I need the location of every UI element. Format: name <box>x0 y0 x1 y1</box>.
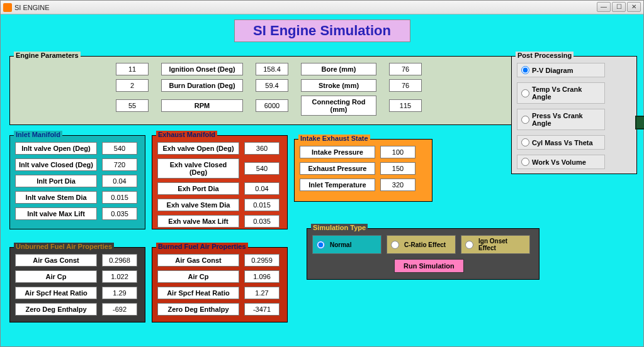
ep-field-4[interactable] <box>116 79 149 92</box>
brn-label: Air Spcf Heat Ratio <box>157 287 239 299</box>
pp-option[interactable]: Cyl Mass Vs Theta <box>517 135 605 150</box>
brn-input[interactable] <box>244 254 280 267</box>
pp-label: Work Vs Volume <box>532 158 586 166</box>
ep-field-8[interactable] <box>256 99 288 112</box>
brn-label: Air Cp <box>157 270 239 283</box>
radio-input[interactable] <box>521 138 529 146</box>
panel-legend: Exhaust Manifold <box>156 131 217 138</box>
panel-legend: Unburned Fuel Air Properties <box>14 243 114 250</box>
inlet-input[interactable] <box>102 158 137 171</box>
ep-label: RPM <box>161 99 243 112</box>
intake-label: Intake Pressure <box>300 146 375 158</box>
post-processing-panel: Post Processing P-V Diagram Temp Vs Cran… <box>511 56 637 174</box>
radio-input[interactable] <box>521 66 529 74</box>
radio-input[interactable] <box>465 241 473 249</box>
exh-input[interactable] <box>244 199 280 211</box>
main-title: SI Engine Simulation <box>234 19 410 42</box>
intake-input[interactable] <box>380 146 415 158</box>
sim-ign-radio[interactable]: Ign Onset Effect <box>461 235 530 254</box>
exhaust-manifold-panel: Exhaust Manifold Exh valve Open (Deg) Ex… <box>152 135 288 229</box>
run-simulation-button[interactable]: Run Simulation <box>394 259 464 273</box>
pp-label: Temp Vs Crank Angle <box>532 85 601 101</box>
minimize-button[interactable]: — <box>597 2 611 12</box>
panel-legend: Simulation Type <box>311 224 368 231</box>
unb-label: Air Spcf Heat Ratio <box>15 287 97 299</box>
intake-input[interactable] <box>380 162 415 175</box>
panel-legend: Burned Fuel Air Properties <box>156 243 248 250</box>
exh-input[interactable] <box>244 142 280 155</box>
ep-field-1[interactable] <box>116 63 149 75</box>
burned-panel: Burned Fuel Air Properties Air Gas Const… <box>152 247 288 322</box>
radio-input[interactable] <box>317 241 325 249</box>
intake-label: Exhaust Pressure <box>300 162 375 175</box>
pp-option[interactable]: P-V Diagram <box>517 63 605 77</box>
panel-legend: Inlet Manifold <box>14 131 62 138</box>
panel-legend: Engine Parameters <box>14 52 81 59</box>
inlet-label: Inlt valve Max Lift <box>15 207 97 220</box>
ep-label: Bore (mm) <box>301 63 376 75</box>
radio-input[interactable] <box>521 158 529 166</box>
inlet-label: Inlt valve Open (Deg) <box>15 142 97 155</box>
simulation-type-panel: Simulation Type Normal C-Ratio Effect Ig… <box>307 228 539 280</box>
unb-label: Air Cp <box>15 270 97 283</box>
brn-label: Air Gas Const <box>157 254 239 267</box>
ep-label: Ignition Onset (Deg) <box>161 63 243 75</box>
exh-label: Exh valve Stem Dia <box>157 199 239 211</box>
unb-label: Zero Deg Enthalpy <box>15 303 97 316</box>
intake-state-panel: Intake Exhaust State Intake Pressure Exh… <box>294 139 432 202</box>
exh-input[interactable] <box>244 162 280 175</box>
radio-input[interactable] <box>521 116 529 124</box>
app-icon <box>3 3 12 12</box>
inlet-input[interactable] <box>102 142 137 155</box>
unb-input[interactable] <box>102 254 137 267</box>
ep-field-6[interactable] <box>389 79 422 92</box>
exh-label: Exh valve Open (Deg) <box>157 142 239 155</box>
ep-field-3[interactable] <box>389 63 422 75</box>
inlet-input[interactable] <box>102 191 137 204</box>
unb-input[interactable] <box>102 287 137 299</box>
maximize-button[interactable]: ☐ <box>612 2 626 12</box>
content-area: SI Engine Simulation Engine Parameters I… <box>1 14 643 346</box>
unb-label: Air Gas Const <box>15 254 97 267</box>
engine-parameters-panel: Engine Parameters Ignition Onset (Deg) B… <box>9 56 513 125</box>
brn-label: Zero Deg Enthalpy <box>157 303 239 316</box>
sim-cratio-radio[interactable]: C-Ratio Effect <box>387 235 456 254</box>
intake-label: Inlet Temperature <box>300 179 375 191</box>
ep-field-7[interactable] <box>116 99 149 112</box>
ep-field-2[interactable] <box>256 63 288 75</box>
brn-input[interactable] <box>244 270 280 283</box>
radio-label: C-Ratio Effect <box>404 241 446 248</box>
unb-input[interactable] <box>102 270 137 283</box>
close-button[interactable]: ✕ <box>627 2 641 12</box>
inlet-input[interactable] <box>102 207 137 220</box>
inlet-input[interactable] <box>102 175 137 187</box>
brn-input[interactable] <box>244 303 280 316</box>
inlet-manifold-panel: Inlet Manifold Inlt valve Open (Deg) Inl… <box>9 135 145 229</box>
radio-input[interactable] <box>391 241 399 249</box>
app-window: SI ENGINE — ☐ ✕ SI Engine Simulation Eng… <box>0 0 644 347</box>
panel-legend: Intake Exhaust State <box>298 135 370 142</box>
exh-label: Exh Port Dia <box>157 182 239 195</box>
exh-input[interactable] <box>244 215 280 228</box>
ep-label: Burn Duration (Deg) <box>161 79 243 92</box>
pp-option[interactable]: Temp Vs Crank Angle <box>517 82 605 104</box>
sim-normal-radio[interactable]: Normal <box>312 235 381 254</box>
pp-option[interactable]: Work Vs Volume <box>517 155 605 169</box>
radio-input[interactable] <box>521 89 529 97</box>
panel-legend: Post Processing <box>516 52 573 59</box>
titlebar: SI ENGINE — ☐ ✕ <box>1 1 643 14</box>
pp-label: P-V Diagram <box>532 67 573 74</box>
ep-field-9[interactable] <box>389 99 422 112</box>
brn-input[interactable] <box>244 287 280 299</box>
show-graph-button[interactable]: Show Graph <box>635 116 644 129</box>
intake-input[interactable] <box>380 179 415 191</box>
pp-option[interactable]: Press Vs Crank Angle <box>517 109 605 130</box>
ep-label: Connecting Rod (mm) <box>301 96 376 116</box>
inlet-label: Inlt valve Stem Dia <box>15 191 97 204</box>
exh-input[interactable] <box>244 182 280 195</box>
ep-field-5[interactable] <box>256 79 288 92</box>
inlet-label: Inlt valve Closed (Deg) <box>15 158 97 171</box>
inlet-label: Inlt Port Dia <box>15 175 97 187</box>
radio-label: Normal <box>330 241 351 248</box>
unb-input[interactable] <box>102 303 137 316</box>
